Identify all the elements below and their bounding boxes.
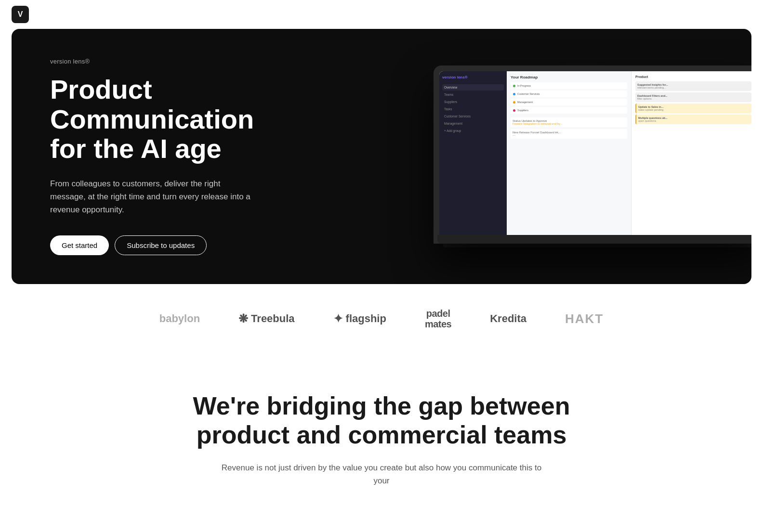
hero-laptop-visual: version lens® Overview Teams Suppliers T… [434, 65, 751, 247]
screen-sidebar-overview: Overview [442, 84, 504, 91]
screen-row-3: Management [511, 99, 627, 105]
screen-panel-item-3: Update to Sales in... sales update pendi… [635, 104, 751, 113]
screen-status-update: Status Updates to Approve Feature Integr… [511, 117, 627, 127]
logo-flagship-text: flagship [346, 312, 386, 325]
screen-row-4: Suppliers [511, 107, 627, 114]
screen-main: Your Roadmap In Progress Customer Servic… [507, 71, 631, 235]
subscribe-button[interactable]: Subscribe to updates [115, 235, 207, 255]
hero-title: Product Communication for the AI age [50, 75, 272, 164]
bridging-description: Revenue is not just driven by the value … [218, 461, 545, 487]
screen-inner: version lens® Overview Teams Suppliers T… [439, 71, 751, 235]
hero-content: version lens® Product Communication for … [12, 29, 310, 284]
screen-sidebar-management: Management [442, 120, 504, 127]
logo-padel-mates-text: padel mates [425, 308, 451, 329]
bridging-title: We're bridging the gap between product a… [96, 392, 667, 450]
logo-hakt-text: HAKT [565, 311, 604, 326]
screen-dot-1 [513, 85, 515, 87]
logo-kredita-text: Kredita [490, 312, 526, 325]
screen-dot-4 [513, 109, 515, 112]
laptop-outer: version lens® Overview Teams Suppliers T… [434, 65, 751, 244]
screen-panel-title: Product [635, 75, 751, 78]
logo-babylon-text: babylon [159, 312, 200, 325]
logo-babylon: babylon [159, 312, 200, 325]
bridging-section: We're bridging the gap between product a… [0, 353, 763, 506]
laptop-screen: version lens® Overview Teams Suppliers T… [439, 71, 751, 235]
screen-sidebar-teams: Teams [442, 91, 504, 98]
nav-logo[interactable]: V [12, 6, 29, 23]
nav-bar: V [0, 0, 763, 29]
screen-sidebar: version lens® Overview Teams Suppliers T… [439, 71, 507, 235]
logo-kredita: Kredita [490, 312, 526, 325]
treebula-icon: ❋ [238, 312, 248, 325]
screen-row-text-2: Customer Services [517, 92, 539, 95]
hero-description: From colleagues to customers, deliver th… [50, 177, 252, 217]
screen-row-2: Customer Services [511, 91, 627, 97]
laptop-bottom [443, 244, 751, 247]
screen-row-text-4: Suppliers [517, 109, 528, 112]
screen-panel-item-4: Multiple questions ab... open questions [635, 115, 751, 124]
hero-brand: version lens® [50, 58, 272, 65]
screen-row-text-3: Management [517, 101, 533, 104]
flagship-icon: ✦ [333, 312, 343, 325]
logo-flagship: ✦ flagship [333, 312, 386, 325]
screen-sidebar-suppliers: Suppliers [442, 99, 504, 105]
logo-treebula: ❋ Treebula [238, 312, 294, 325]
screen-dot-3 [513, 101, 515, 104]
screen-panel-item-1: Suggested Insights for... relevant items… [635, 81, 751, 91]
screen-sidebar-tasks: Tasks [442, 106, 504, 112]
logo-hakt: HAKT [565, 311, 604, 326]
screen-dot-2 [513, 93, 515, 95]
logo-padel-mates: padel mates [425, 308, 451, 329]
hero-section: version lens® Product Communication for … [12, 29, 751, 284]
screen-main-title: Your Roadmap [511, 75, 627, 79]
screen-panel-item-2: Dashboard Filters and... filter options [635, 92, 751, 102]
get-started-button[interactable]: Get started [50, 235, 109, 255]
screen-sidebar-customer-services: Customer Services [442, 113, 504, 119]
screen-row-text-1: In Progress [517, 84, 531, 87]
screen-release-tracker: New Release Funnel Dashboard trk... — [511, 129, 627, 139]
laptop-base [437, 235, 751, 244]
screen-row-1: In Progress [511, 82, 627, 89]
logo-treebula-text: Treebula [251, 312, 294, 325]
logos-section: babylon ❋ Treebula ✦ flagship padel mate… [0, 284, 763, 353]
screen-panel: Product Suggested Insights for... releva… [631, 71, 751, 235]
hero-buttons: Get started Subscribe to updates [50, 235, 272, 255]
screen-sidebar-add-group: + Add group [442, 128, 504, 134]
screen-sidebar-logo: version lens® [442, 75, 504, 79]
